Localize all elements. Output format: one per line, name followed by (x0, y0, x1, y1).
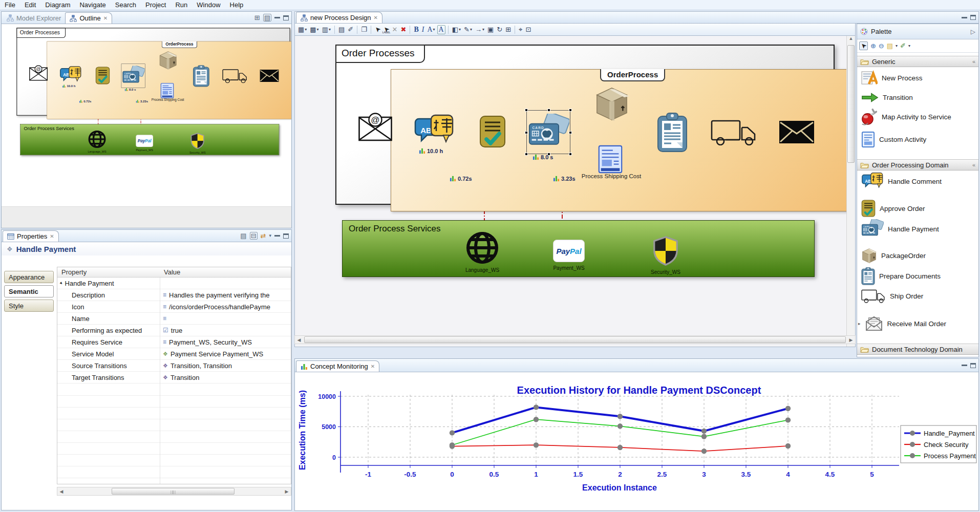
node-handle-comment[interactable] (414, 114, 455, 150)
add-note-attachment-button[interactable]: ✐ (347, 26, 354, 33)
select-tool-icon[interactable]: ➤ (859, 41, 868, 50)
table-row[interactable]: Service Model ❖Payment Service Payment_W… (57, 348, 291, 360)
zoom-in-icon[interactable]: ⊕ (870, 42, 876, 50)
service-language-ws[interactable]: Language_WS (80, 130, 115, 153)
view-menu-icon[interactable]: ▾ (269, 233, 271, 238)
menu-help[interactable]: Help (225, 1, 248, 9)
show-categories-icon[interactable]: ⊟ (250, 232, 258, 240)
palette-item-map-activity[interactable]: Map Activity to Service (857, 108, 978, 125)
dropdown-icon[interactable]: ▾ (908, 44, 910, 48)
process-label[interactable]: OrderProcess (600, 69, 665, 81)
insert-image-button[interactable]: ▣ (486, 26, 495, 33)
node-process-shipping-cost[interactable] (160, 83, 174, 100)
minimize-icon[interactable] (962, 17, 967, 18)
scroll-left-icon[interactable]: ◀ (57, 489, 66, 494)
expander-icon[interactable]: ▸ (59, 281, 64, 286)
palette-item-prepare-documents[interactable]: Prepare Documents (857, 267, 978, 285)
node-send-confirmation[interactable] (779, 121, 814, 145)
tab-outline[interactable]: Outline ✕ (65, 12, 112, 24)
palette-item-transition[interactable]: Transition (857, 90, 978, 105)
pin-group-icon[interactable]: « (972, 58, 975, 65)
palette-item-package-order[interactable]: PackageOrder (857, 247, 978, 264)
menu-navigate[interactable]: Navigate (75, 1, 110, 9)
tab-concept-monitoring[interactable]: Concept Monitoring ✕ (296, 360, 379, 372)
node-package-order[interactable] (594, 86, 630, 124)
palette-item-new-process[interactable]: New Process (857, 69, 978, 87)
font-dialog-button[interactable]: A (437, 25, 445, 34)
service-security-ws[interactable]: Security_WS (180, 133, 215, 154)
font-color-button[interactable]: A▾ (426, 26, 436, 34)
close-icon[interactable]: ✕ (103, 15, 108, 21)
close-icon[interactable]: ✕ (371, 364, 375, 369)
palette-group-order-processing[interactable]: Order Processing Domain « (857, 159, 978, 170)
shipping-cost-label[interactable]: Process Shipping Cost (145, 98, 190, 102)
node-prepare-documents[interactable] (193, 65, 209, 88)
show-properties-button[interactable]: ❐ (360, 26, 368, 33)
line-color-button[interactable]: ✎▾ (463, 26, 473, 33)
pin-group-icon[interactable]: « (972, 162, 975, 168)
palette-item-ship-order[interactable]: Ship Order (857, 287, 978, 305)
table-row[interactable]: Name ≡ (57, 313, 291, 325)
node-handle-comment[interactable] (59, 66, 82, 85)
palette-group-document-technology[interactable]: Document Technology Domain (857, 344, 978, 355)
container-label[interactable]: Order Processes (335, 45, 425, 63)
menu-window[interactable]: Window (192, 1, 225, 9)
properties-hscrollbar[interactable]: ◀ ▶ (57, 487, 291, 496)
zoom-out-icon[interactable]: ⊖ (879, 42, 884, 50)
scroll-right-icon[interactable]: ▶ (847, 337, 855, 343)
zoom-fit-button[interactable]: ⊡ (524, 26, 532, 33)
palette-item-custom-activity[interactable]: Custom Activity (857, 130, 978, 149)
palette-item-handle-payment[interactable]: Handle Payment (857, 219, 978, 239)
node-approve-order[interactable] (95, 67, 110, 86)
tab-style[interactable]: Style (4, 300, 54, 312)
order-processes-container[interactable]: Order Processes OrderProcess (16, 28, 290, 116)
column-property[interactable]: Property (57, 267, 160, 277)
minimize-icon[interactable] (962, 365, 967, 366)
node-ship-order[interactable] (711, 119, 758, 147)
editor-hscrollbar[interactable]: ◀ ▶ (294, 335, 856, 344)
scroll-up-icon[interactable]: ▲ (847, 36, 855, 44)
expand-icon[interactable]: ▸ (858, 321, 861, 326)
bold-button[interactable]: B (413, 26, 419, 34)
service-payment-ws[interactable]: Payment_WS (537, 240, 601, 271)
minimize-icon[interactable] (274, 235, 280, 237)
select-label-tool-button[interactable]: ➤LABEL (382, 26, 390, 33)
close-icon[interactable]: ✕ (50, 233, 54, 239)
outline-thumbnail[interactable]: Order Processes OrderProcess Process Shi… (2, 24, 291, 206)
palette-header[interactable]: Palette ▷ (857, 24, 978, 39)
dropdown-icon[interactable]: ▾ (896, 44, 898, 48)
tab-appearance[interactable]: Appearance (4, 271, 54, 283)
link-with-editor-icon[interactable]: ⊞ (254, 14, 260, 21)
tab-semantic[interactable]: Semantic (4, 285, 54, 297)
node-ship-order[interactable] (222, 69, 248, 84)
node-approve-order[interactable] (479, 115, 506, 150)
copy-appearance-button[interactable]: ⊞ (504, 26, 512, 33)
maximize-icon[interactable] (283, 15, 289, 20)
add-note-button[interactable]: ▤ (337, 26, 346, 33)
arrow-style-button[interactable]: →▾ (474, 26, 485, 33)
scroll-right-icon[interactable]: ▶ (283, 489, 291, 494)
table-row[interactable]: Requires Service ≡Payment_WS, Security_W… (57, 336, 291, 348)
palette-item-approve-order[interactable]: Approve Order (857, 199, 978, 218)
table-row[interactable]: Icon ≡/icons/orderProcess/handlePayme (57, 301, 291, 313)
node-prepare-documents[interactable] (657, 113, 688, 155)
node-handle-payment-selected[interactable] (121, 63, 145, 88)
select-tool-button[interactable]: ➤ (374, 26, 381, 33)
palette-group-generic[interactable]: Generic « (857, 56, 978, 67)
pin-view-icon[interactable]: ▤ (240, 232, 246, 239)
align-button[interactable]: ▥▾ (321, 26, 332, 33)
menu-search[interactable]: Search (111, 1, 141, 9)
node-process-shipping-cost[interactable] (597, 145, 624, 176)
palette-item-handle-comment[interactable]: Handle Comment (857, 172, 978, 191)
service-language-ws[interactable]: Language_WS (451, 231, 514, 273)
delete-from-model-button[interactable]: ✖ (400, 26, 408, 33)
italic-button[interactable]: I (421, 26, 425, 34)
palette-item-receive-mail-order[interactable]: ▸ Receive Mail Order (857, 315, 978, 332)
minimize-icon[interactable] (274, 17, 280, 18)
table-row[interactable]: Source Transitions ❖Transition, Transiti… (57, 360, 291, 372)
maximize-icon[interactable] (283, 233, 289, 239)
container-label[interactable]: Order Processes (16, 28, 66, 38)
node-receive-mail-order[interactable] (29, 65, 48, 82)
tab-properties[interactable]: Properties ✕ (3, 230, 59, 242)
table-row[interactable]: Target Transitions ❖Transition (57, 372, 291, 383)
